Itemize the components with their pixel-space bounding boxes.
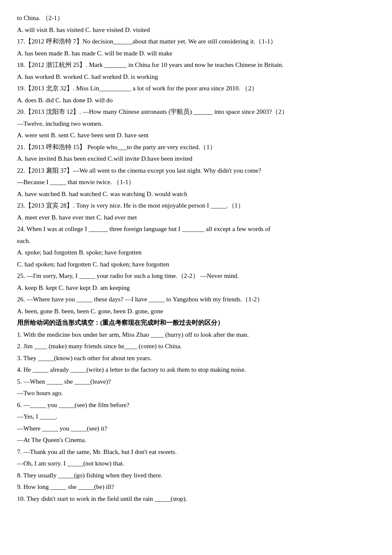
- text-line-l11: A. were sent B. sent C. have been sent D…: [17, 130, 375, 141]
- text-line-l35: —Yes, I _____.: [17, 411, 375, 422]
- text-line-l10: —Twelve, including two women.: [17, 119, 375, 130]
- text-line-l26: A. been, gone B. been, been C. gone, bee…: [17, 306, 375, 317]
- text-line-l39: —Oh, I am sorry. I _____(not know) that.: [17, 458, 375, 469]
- text-line-l16: A. have watched B. had watched C. was wa…: [17, 189, 375, 200]
- text-line-l36: —Where _____ you _____(see) it?: [17, 423, 375, 434]
- text-line-l28: 1. With the medicine box under her arm, …: [17, 330, 375, 341]
- text-line-l18: A. meet ever B. have ever met C. had eve…: [17, 212, 375, 223]
- text-line-l2: A. will visit B. has visited C. have vis…: [17, 25, 375, 36]
- text-line-l42: 10. They didn't start to work in the fie…: [17, 494, 375, 505]
- text-line-l14: 22.【2013 襄阳 37】---We all went to the cin…: [17, 165, 375, 176]
- text-line-l21: A. spoke; had forgotten B. spoke; have f…: [17, 247, 375, 258]
- text-line-l31: 4. He _____ already _____(write) a lette…: [17, 364, 375, 376]
- text-line-l23: 25. —I'm sorry, Mary, I _____ your radio…: [17, 271, 375, 282]
- text-line-l32: 5. —When _____ she _____(leave)?: [17, 376, 375, 387]
- text-line-l40: 8. They usually _____(go) fishing when t…: [17, 470, 375, 481]
- text-line-l25: 26. —Where have you _____ these days? —I…: [17, 294, 375, 305]
- main-content: to China. （2-1）A. will visit B. has visi…: [17, 13, 375, 504]
- text-line-l30: 3. They _____(know) each other for about…: [17, 353, 375, 364]
- text-line-l20: each.: [17, 236, 375, 247]
- text-line-l17: 23.【2013 宜宾 28】. Tony is very nice. He i…: [17, 200, 375, 211]
- text-line-l4: A. has been made B. has made C. will be …: [17, 48, 375, 59]
- text-line-l5: 18.【2012 浙江杭州 25】. Mark _______ in China…: [17, 60, 375, 71]
- text-line-l3: 17.【2012 呼和浩特 7】No decision______about t…: [17, 36, 375, 47]
- text-line-l13: A. have invited B.has been excited C.wil…: [17, 153, 375, 165]
- text-line-l6: A. has worked B. worked C. had worked D.…: [17, 72, 375, 83]
- text-line-l19: 24. When I was at college I ______ three…: [17, 224, 375, 235]
- text-line-l1: to China. （2-1）: [17, 13, 375, 24]
- text-line-l33: —Two hours ago.: [17, 388, 375, 399]
- text-line-l41: 9. How long _____ she _____(be) ill?: [17, 482, 375, 493]
- text-line-l38: 7. —Thank you all the same, Mr. Black, b…: [17, 447, 375, 458]
- text-line-l15: ---Because I _____ that movie twice. （1-…: [17, 177, 375, 188]
- text-line-l12: 21.【2013 呼和浩特 15】 People who___to the pa…: [17, 142, 375, 153]
- text-line-l22: C. had spoken; had forgotten C. had spok…: [17, 259, 375, 270]
- text-line-l27: 用所给动词的适当形式填空：(重点考察现在完成时和一般过去时的区分）: [17, 318, 375, 329]
- text-line-l37: —At The Queen's Cinema.: [17, 435, 375, 446]
- text-line-l24: A. keep B. kept C. have kept D. am keepi…: [17, 283, 375, 294]
- text-line-l7: 19.【2013 北京 32】. Miss Lin__________ a lo…: [17, 83, 375, 94]
- text-line-l9: 20.【2013 沈阳市 12】. —How many Chinese astr…: [17, 107, 375, 118]
- text-line-l34: 6. —_____ you _____(see) the film before…: [17, 400, 375, 411]
- text-line-l29: 2. Jim ____ (make) many friends since he…: [17, 341, 375, 352]
- text-line-l8: A. does B. did C. has done D. will do: [17, 95, 375, 106]
